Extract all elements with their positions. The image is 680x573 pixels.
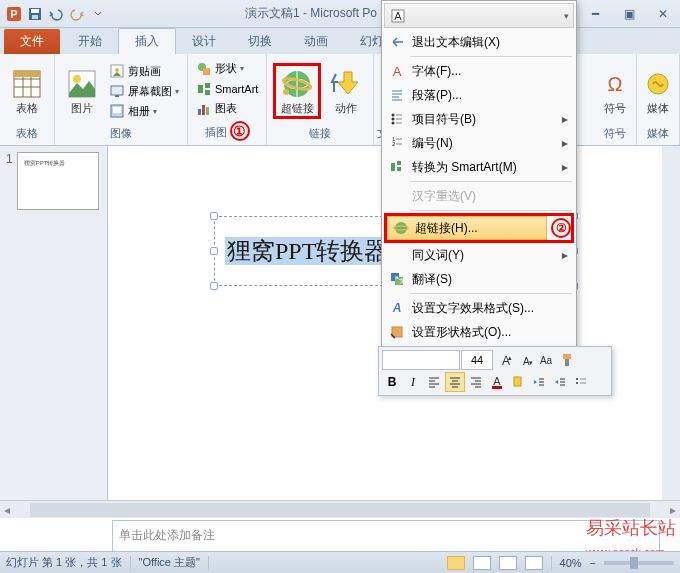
cm-shape-format[interactable]: 设置形状格式(O)... <box>384 320 574 344</box>
cm-convert-smartart[interactable]: 转换为 SmartArt(M)▸ <box>384 155 574 179</box>
resize-handle-ml[interactable] <box>210 247 218 255</box>
align-center-icon[interactable] <box>445 372 465 392</box>
cm-exit-text-edit[interactable]: 退出文本编辑(X) <box>384 30 574 54</box>
qat-more-icon[interactable] <box>88 4 108 24</box>
redo-icon[interactable] <box>67 4 87 24</box>
picture-icon <box>66 68 98 100</box>
decrease-indent-icon[interactable] <box>529 372 549 392</box>
cm-hyperlink[interactable]: 超链接(H)... <box>387 216 547 240</box>
tab-animations[interactable]: 动画 <box>288 29 344 54</box>
italic-button[interactable]: I <box>403 372 423 392</box>
horizontal-scrollbar[interactable]: ◂ ▸ <box>0 500 680 518</box>
align-right-icon[interactable] <box>466 372 486 392</box>
bold-button[interactable]: B <box>382 372 402 392</box>
app-icon[interactable]: P <box>4 4 24 24</box>
hyperlink-button[interactable]: 超链接 <box>276 66 318 116</box>
tab-transitions[interactable]: 切换 <box>232 29 288 54</box>
sorter-view-icon[interactable] <box>473 556 491 570</box>
picture-label: 图片 <box>71 102 93 114</box>
symbol-icon: Ω <box>599 68 631 100</box>
vertical-scrollbar[interactable] <box>662 146 680 500</box>
increase-indent-icon[interactable] <box>550 372 570 392</box>
svg-point-91 <box>576 378 578 380</box>
smartart-button[interactable]: SmartArt <box>194 80 260 98</box>
undo-icon[interactable] <box>46 4 66 24</box>
group-illus-label: 插图 ① <box>205 121 250 143</box>
action-button[interactable]: 动作 <box>325 66 367 116</box>
media-button[interactable]: 媒体 <box>643 66 673 116</box>
bullets-mini-icon[interactable] <box>571 372 591 392</box>
zoom-thumb[interactable] <box>630 557 638 569</box>
svg-rect-25 <box>205 90 210 95</box>
minimize-icon[interactable]: ━ <box>582 6 608 22</box>
scrollbar-track[interactable] <box>30 503 650 517</box>
context-menu-header: A ▾ <box>384 3 574 28</box>
tab-design[interactable]: 设计 <box>176 29 232 54</box>
svg-rect-23 <box>198 85 203 93</box>
svg-text:A: A <box>392 301 402 315</box>
slide-thumbnail[interactable]: 狸窝PPT转换器 <box>17 152 99 210</box>
chart-button[interactable]: 图表 <box>194 100 260 118</box>
table-button[interactable]: 表格 <box>6 66 48 116</box>
svg-rect-3 <box>31 9 39 13</box>
svg-rect-52 <box>391 163 395 171</box>
mini-font-family[interactable] <box>382 350 460 370</box>
shrink-font-icon[interactable]: A▾ <box>515 350 535 370</box>
hyperlink-highlight: 超链接 <box>273 63 321 119</box>
cm-translate[interactable]: a文翻译(S) <box>384 267 574 291</box>
highlight-icon[interactable] <box>508 372 528 392</box>
zoom-percent[interactable]: 40% <box>560 557 582 569</box>
grow-font-icon[interactable]: A▴ <box>494 350 514 370</box>
cm-numbering[interactable]: 12编号(N)▸ <box>384 131 574 155</box>
screenshot-button[interactable]: 屏幕截图 ▾ <box>107 82 181 100</box>
group-symbols: Ω 符号 符号 <box>594 54 637 145</box>
zoom-slider[interactable] <box>604 561 674 565</box>
group-tables: 表格 表格 <box>0 54 55 145</box>
font-color-icon[interactable]: A <box>487 372 507 392</box>
zoom-out-icon[interactable]: − <box>590 557 596 569</box>
album-button[interactable]: 相册 ▾ <box>107 102 181 120</box>
save-icon[interactable] <box>25 4 45 24</box>
mini-font-size[interactable] <box>461 350 493 370</box>
symbol-button[interactable]: Ω 符号 <box>600 66 630 116</box>
shapes-button[interactable]: 形状 ▾ <box>194 60 260 78</box>
scroll-right-icon[interactable]: ▸ <box>666 503 680 517</box>
format-painter-icon[interactable] <box>557 350 577 370</box>
status-theme: "Office 主题" <box>139 555 200 570</box>
picture-button[interactable]: 图片 <box>61 66 103 116</box>
selected-text[interactable]: 狸窝PPT转换器 <box>225 237 390 265</box>
resize-handle-bl[interactable] <box>210 282 218 290</box>
scroll-left-icon[interactable]: ◂ <box>0 503 14 517</box>
text-tool-icon: A <box>389 7 407 25</box>
svg-rect-18 <box>115 95 119 97</box>
cm-paragraph[interactable]: 段落(P)... <box>384 83 574 107</box>
slide-thumbnail-panel[interactable]: 1 狸窝PPT转换器 <box>0 146 108 500</box>
maximize-icon[interactable]: ▣ <box>616 6 642 22</box>
cm-font[interactable]: A字体(F)... <box>384 59 574 83</box>
tab-insert[interactable]: 插入 <box>118 28 176 54</box>
dropdown-icon[interactable]: ▾ <box>564 11 569 21</box>
callout-two: ② <box>551 218 571 238</box>
svg-text:A: A <box>393 64 402 79</box>
close-icon[interactable]: ✕ <box>650 6 676 22</box>
tab-file[interactable]: 文件 <box>4 29 60 54</box>
svg-rect-20 <box>113 107 121 113</box>
change-case-icon[interactable]: Aa <box>536 350 556 370</box>
screenshot-label: 屏幕截图 <box>128 84 172 99</box>
svg-rect-84 <box>514 377 521 386</box>
reading-view-icon[interactable] <box>499 556 517 570</box>
resize-handle-tl[interactable] <box>210 212 218 220</box>
normal-view-icon[interactable] <box>447 556 465 570</box>
slideshow-view-icon[interactable] <box>525 556 543 570</box>
paragraph-icon <box>388 86 406 104</box>
clipart-button[interactable]: 剪贴画 <box>107 62 181 80</box>
tab-home[interactable]: 开始 <box>62 29 118 54</box>
cm-bullets[interactable]: 项目符号(B)▸ <box>384 107 574 131</box>
media-icon <box>642 68 674 100</box>
cm-text-effects[interactable]: A设置文字效果格式(S)... <box>384 296 574 320</box>
mini-toolbar: A▴ A▾ Aa B I A <box>378 346 612 396</box>
align-left-icon[interactable] <box>424 372 444 392</box>
smartart-label: SmartArt <box>215 83 258 95</box>
table-icon <box>11 68 43 100</box>
cm-synonym[interactable]: 同义词(Y)▸ <box>384 243 574 267</box>
